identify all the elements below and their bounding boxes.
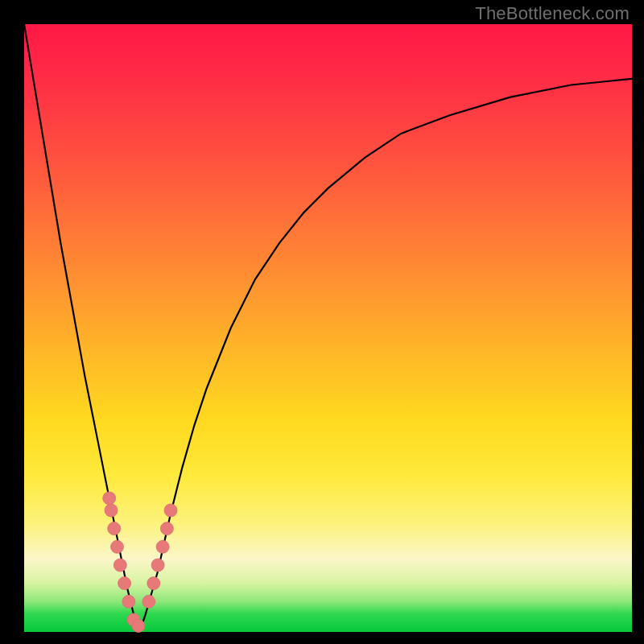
highlight-marker	[118, 577, 131, 590]
highlight-marker	[151, 559, 164, 572]
plot-area	[24, 24, 632, 632]
watermark-text: TheBottleneck.com	[475, 3, 630, 24]
highlight-marker	[111, 540, 124, 553]
highlight-marker	[105, 504, 118, 517]
highlight-marker	[147, 577, 160, 590]
highlight-marker	[103, 492, 116, 505]
highlight-marker	[132, 620, 145, 633]
highlight-marker	[160, 522, 173, 535]
highlight-marker	[114, 559, 126, 572]
chart-frame: TheBottleneck.com	[0, 0, 644, 644]
marker-group	[103, 492, 177, 633]
highlight-marker	[142, 595, 155, 608]
highlight-marker	[164, 504, 177, 517]
highlight-marker	[108, 522, 121, 535]
highlight-marker	[122, 595, 135, 608]
highlight-marker	[156, 540, 169, 553]
curve-layer	[24, 24, 632, 632]
